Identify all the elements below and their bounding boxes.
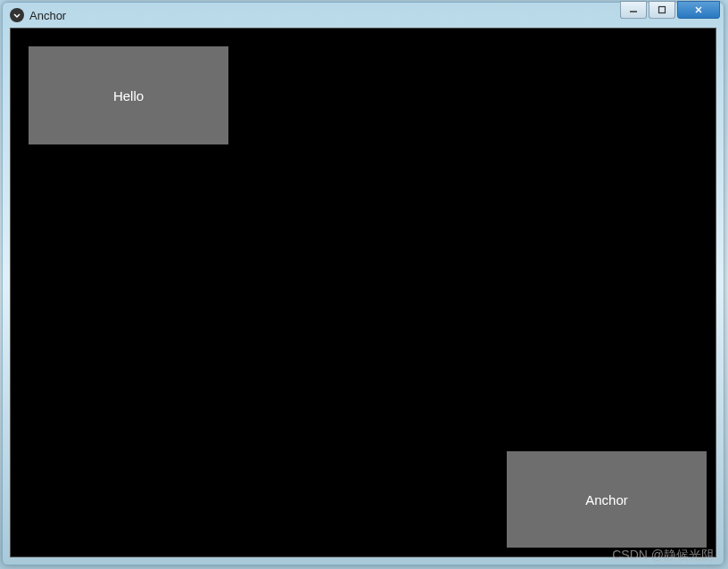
svg-rect-1: [659, 7, 666, 13]
maximize-icon: [658, 5, 666, 14]
anchor-button[interactable]: Anchor: [507, 451, 707, 548]
window-controls: [618, 1, 720, 19]
hello-button[interactable]: Hello: [29, 46, 228, 144]
app-icon: [10, 8, 24, 22]
window-title: Anchor: [29, 9, 720, 22]
maximize-button[interactable]: [649, 1, 675, 19]
minimize-button[interactable]: [620, 1, 647, 19]
app-window: Anchor Hello Anchor: [2, 2, 724, 565]
titlebar[interactable]: Anchor: [3, 3, 724, 28]
close-icon: [694, 5, 703, 14]
client-area: Hello Anchor: [10, 28, 716, 557]
minimize-icon: [629, 5, 638, 14]
close-button[interactable]: [677, 1, 720, 19]
